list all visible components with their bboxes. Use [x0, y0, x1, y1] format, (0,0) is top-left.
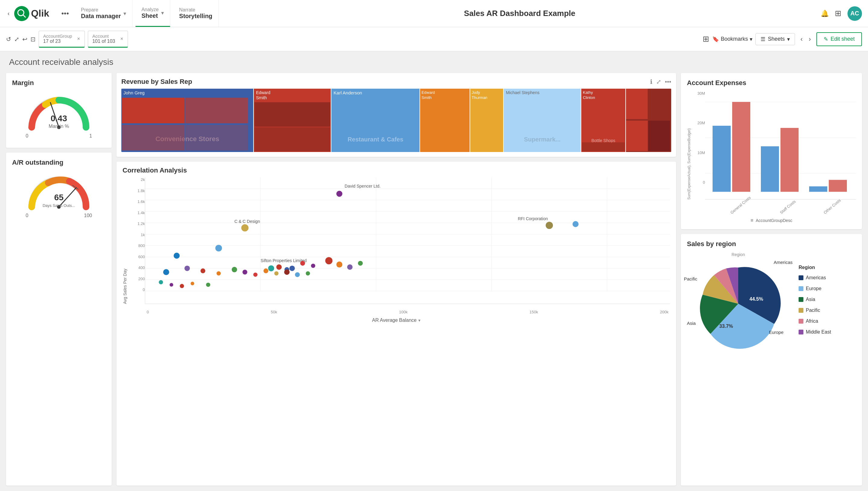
correlation-card: Correlation Analysis Avg Sales Per Day 2… [116, 162, 676, 486]
nav-arrows: ‹ › [798, 34, 813, 44]
edit-sheet-label: Edit sheet [831, 36, 855, 42]
label-americas: Americas [774, 260, 792, 265]
y-axis-ticks: 2k 1.8k 1.6k 1.4k 1.2k 1k 800 600 400 20… [130, 177, 145, 304]
legend-dot-pacific [799, 308, 804, 313]
svg-rect-65 [712, 126, 731, 192]
prev-sheet-button[interactable]: ‹ [798, 34, 805, 44]
more-menu-button[interactable]: ••• [58, 8, 72, 19]
x-axis-dropdown-icon[interactable]: ▾ [418, 318, 420, 323]
app-title: Sales AR Dashboard Example [222, 9, 818, 18]
info-icon[interactable]: ℹ [650, 78, 652, 85]
bookmarks-button[interactable]: 🔖 Bookmarks ▾ [712, 36, 752, 42]
y-tick-200: 200 [130, 277, 145, 281]
prepare-section[interactable]: Prepare Data manager ▾ [75, 0, 132, 27]
legend-label-pacific: Pacific [806, 308, 820, 313]
pie-legend: Region Americas Europe Asia [799, 265, 831, 337]
user-avatar[interactable]: AC [847, 6, 862, 21]
expenses-y-ticks: 30M 20M 10M 0 [693, 91, 705, 200]
treemap-label-john-greg: John Greg [123, 90, 145, 95]
treemap-cell-john-greg[interactable]: John Greg Convenience Stores [121, 89, 253, 152]
label-asia: Asia [687, 321, 696, 326]
sales-region-card: Sales by region Region [681, 234, 862, 486]
svg-text:44.5%: 44.5% [749, 296, 763, 301]
legend-label: AccountGroupDesc [756, 218, 792, 223]
svg-point-49 [215, 245, 222, 252]
ar-outstanding-gauge: 65 Days Sales Outs... 0 100 [12, 171, 106, 221]
right-column: Account Expenses Sum(ExpenseActual), Sum… [681, 73, 862, 486]
treemap-label-judy: Judy [472, 90, 480, 95]
x-tick-100k: 100k [399, 310, 408, 314]
prepare-label: Prepare [81, 7, 121, 13]
legend-label-africa: Africa [806, 318, 818, 324]
svg-point-34 [276, 264, 282, 270]
svg-text:33.7%: 33.7% [719, 324, 733, 329]
margin-card: Margin [6, 73, 112, 148]
bookmarks-label: Bookmarks [721, 36, 748, 42]
svg-text:RFI Corporation: RFI Corporation [518, 216, 548, 221]
qlik-logo-icon [14, 6, 29, 21]
treemap-label-karl: Karl Anderson [334, 90, 362, 95]
treemap-cell-kathy[interactable]: Kathy Clinton Bottle Shops [581, 89, 625, 152]
treemap-category-restaurant: Restaurant & Cafes [331, 136, 420, 143]
layout-icon[interactable]: ⊞ [703, 34, 709, 44]
undo-icon[interactable]: ↩ [22, 36, 27, 43]
next-sheet-button[interactable]: › [806, 34, 813, 44]
sheets-arrow: ▾ [787, 36, 790, 42]
treemap-cell-karl-anderson[interactable]: Karl Anderson Restaurant & Cafes [331, 89, 420, 152]
scatter-plot-area[interactable]: David Spencer Ltd. C & C Design RFI Corp… [145, 177, 670, 304]
back-button[interactable]: ‹ [6, 8, 11, 19]
account-group-label: AccountGroup [43, 33, 72, 38]
treemap-cell-michael[interactable]: Michael Stephens Supermark... [504, 89, 581, 152]
svg-rect-67 [761, 146, 779, 192]
bell-icon[interactable]: 🔔 [821, 10, 829, 18]
ar-gauge-wrapper: 65 Days Sales Outs... [26, 174, 92, 210]
y-tick-800: 800 [130, 243, 145, 248]
analyze-arrow[interactable]: ▾ [161, 10, 164, 16]
narrate-section[interactable]: Narrate Storytelling [173, 0, 219, 27]
select-icon[interactable]: ⊡ [30, 36, 36, 43]
expand-icon[interactable]: ⤢ [14, 36, 19, 43]
legend-dot-europe [799, 286, 804, 291]
treemap[interactable]: John Greg Convenience Stores Edward Smit… [121, 89, 671, 152]
reset-icon[interactable]: ↺ [6, 36, 11, 43]
y-30m: 30M [693, 91, 705, 96]
x-label-staff: Staff Costs [779, 199, 796, 215]
pie-svg: 44.5% 33.7% [687, 258, 789, 349]
prepare-arrow[interactable]: ▾ [123, 10, 126, 17]
analyze-section[interactable]: Analyze Sheet ▾ [136, 0, 170, 27]
grid-icon[interactable]: ⊞ [835, 9, 841, 18]
treemap-cell-edward-smith-2[interactable]: Edward Smith [420, 89, 470, 152]
sheets-button[interactable]: ☰ Sheets ▾ [755, 33, 795, 45]
filter-bar: ↺ ⤢ ↩ ⊡ AccountGroup 17 of 23 ✕ Account … [0, 27, 868, 51]
svg-point-40 [232, 267, 237, 272]
svg-point-61 [206, 283, 211, 287]
y-tick-0: 0 [130, 287, 145, 292]
x-tick-0: 0 [147, 310, 149, 314]
account-group-filter[interactable]: AccountGroup 17 of 23 ✕ [39, 31, 85, 48]
account-close[interactable]: ✕ [120, 36, 123, 41]
account-group-close[interactable]: ✕ [77, 36, 80, 41]
edit-sheet-button[interactable]: ✎ Edit sheet [816, 32, 862, 46]
y-10m: 10M [693, 150, 705, 155]
svg-point-55 [347, 264, 353, 270]
analyze-label: Analyze [142, 7, 159, 12]
svg-point-56 [358, 261, 363, 266]
nav-right: 🔔 ⊞ AC [821, 6, 862, 21]
treemap-label-smith2: Smith [422, 95, 431, 100]
treemap-label-smith1: Smith [256, 95, 267, 100]
treemap-cell-judy[interactable]: Judy Thurman [470, 89, 503, 152]
legend-dot-africa [799, 319, 804, 324]
account-filter[interactable]: Account 101 of 103 ✕ [88, 31, 128, 48]
more-chart-icon[interactable]: ••• [665, 79, 671, 85]
narrate-label: Narrate [179, 7, 213, 13]
svg-point-59 [180, 284, 184, 288]
svg-point-28 [241, 224, 248, 232]
expand-chart-icon[interactable]: ⤢ [656, 78, 661, 85]
margin-gauge-wrapper: 0.43 Margin % [26, 94, 92, 130]
svg-text:Sifton Properties Limited: Sifton Properties Limited [261, 258, 307, 263]
svg-point-54 [336, 261, 342, 267]
treemap-cell-edward-smith-1[interactable]: Edward Smith [254, 89, 331, 152]
scatter-svg: David Spencer Ltd. C & C Design RFI Corp… [145, 177, 670, 304]
legend-dot-americas [799, 276, 804, 280]
svg-point-31 [572, 221, 579, 227]
